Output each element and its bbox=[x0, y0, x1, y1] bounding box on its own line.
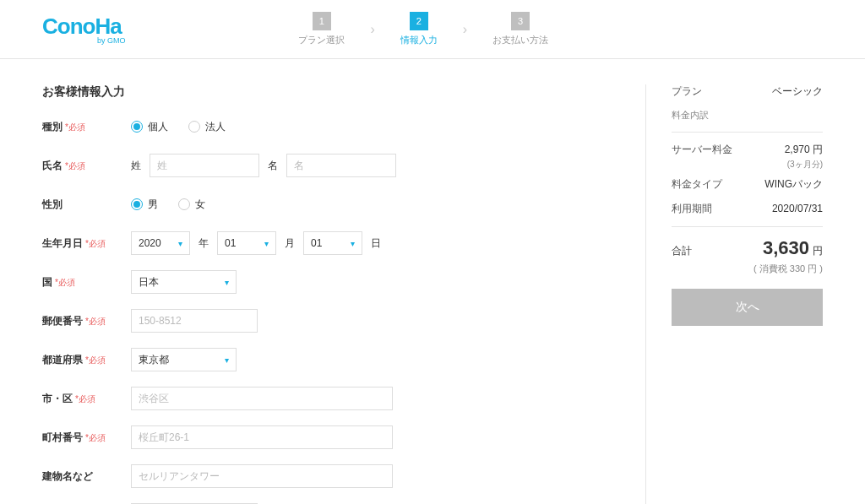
chevron-down-icon: ▾ bbox=[225, 278, 229, 287]
label-type: 種別*必須 bbox=[42, 120, 131, 134]
header: ConoHa by GMO 1 プラン選択 › 2 情報入力 › 3 お支払い方… bbox=[0, 0, 865, 59]
select-birth-year[interactable]: 2020▾ bbox=[131, 231, 190, 255]
radio-individual[interactable]: 個人 bbox=[131, 120, 168, 134]
select-birth-month[interactable]: 01▾ bbox=[217, 231, 276, 255]
next-button[interactable]: 次へ bbox=[672, 289, 823, 326]
chevron-down-icon: ▾ bbox=[264, 239, 269, 248]
input-city[interactable] bbox=[131, 387, 393, 410]
step-label-1: プラン選択 bbox=[298, 34, 345, 46]
sb-serverfee-label: サーバー料金 bbox=[672, 143, 732, 157]
chevron-right-icon: › bbox=[463, 22, 467, 37]
input-firstname[interactable] bbox=[286, 154, 396, 177]
step-payment: 3 お支払い方法 bbox=[492, 12, 548, 46]
label-town: 町村番号*必須 bbox=[42, 431, 131, 445]
step-info: 2 情報入力 bbox=[400, 12, 438, 46]
label-pref: 都道府県*必須 bbox=[42, 353, 131, 367]
form-title: お客様情報入力 bbox=[42, 84, 612, 100]
label-gender: 性別 bbox=[42, 198, 131, 212]
radio-female[interactable]: 女 bbox=[178, 198, 205, 212]
logo-sub: by GMO bbox=[97, 36, 126, 45]
input-town[interactable] bbox=[131, 425, 393, 449]
sb-breakdown-title: 料金内訳 bbox=[672, 109, 823, 122]
step-num-3: 3 bbox=[511, 12, 530, 30]
sublabel-mei: 名 bbox=[268, 159, 278, 173]
radio-corporate[interactable]: 法人 bbox=[188, 120, 226, 134]
chevron-down-icon: ▾ bbox=[351, 239, 355, 248]
input-building[interactable] bbox=[131, 464, 393, 488]
radio-circle-icon bbox=[188, 121, 200, 133]
step-label-2: 情報入力 bbox=[400, 34, 438, 46]
customer-info-form: お客様情報入力 種別*必須 個人 法人 氏名*必須 bbox=[42, 84, 645, 504]
step-num-2: 2 bbox=[410, 12, 428, 30]
sb-plan-value: ベーシック bbox=[772, 84, 823, 99]
radio-circle-icon bbox=[131, 121, 143, 133]
select-birth-day[interactable]: 01▾ bbox=[303, 231, 362, 255]
select-pref[interactable]: 東京都▾ bbox=[131, 348, 237, 371]
step-plan: 1 プラン選択 bbox=[298, 12, 345, 46]
label-country: 国*必須 bbox=[42, 275, 131, 290]
input-postal[interactable] bbox=[131, 309, 258, 333]
chevron-down-icon: ▾ bbox=[178, 239, 182, 248]
label-birth: 生年月日*必須 bbox=[42, 236, 131, 251]
sb-total-amount: 3,630 bbox=[763, 237, 809, 258]
chevron-down-icon: ▾ bbox=[225, 355, 229, 365]
label-city: 市・区*必須 bbox=[42, 392, 131, 406]
radio-circle-icon bbox=[178, 198, 190, 210]
progress-steps: 1 プラン選択 › 2 情報入力 › 3 お支払い方法 bbox=[298, 12, 548, 46]
sublabel-sei: 姓 bbox=[131, 159, 141, 173]
sb-serverfee-sub: (3ヶ月分) bbox=[672, 159, 823, 171]
chevron-right-icon: › bbox=[370, 22, 374, 37]
sb-total-unit: 円 bbox=[813, 245, 823, 257]
sb-feetype-value: WINGパック bbox=[764, 177, 823, 192]
sb-tax: ( 消費税 330 円 ) bbox=[672, 263, 823, 275]
sb-period-value: 2020/07/31 bbox=[772, 203, 823, 214]
input-lastname[interactable] bbox=[150, 154, 259, 177]
sb-period-label: 利用期間 bbox=[672, 202, 712, 216]
step-num-1: 1 bbox=[313, 12, 331, 30]
label-name: 氏名*必須 bbox=[42, 159, 131, 173]
label-building: 建物名など bbox=[42, 469, 131, 484]
order-summary: プラン ベーシック 料金内訳 サーバー料金 2,970 円 (3ヶ月分) 料金タ… bbox=[645, 84, 823, 504]
sb-feetype-label: 料金タイプ bbox=[672, 177, 722, 192]
radio-circle-icon bbox=[131, 198, 143, 210]
sb-serverfee-value: 2,970 円 bbox=[785, 143, 823, 157]
step-label-3: お支払い方法 bbox=[492, 34, 548, 46]
radio-male[interactable]: 男 bbox=[131, 198, 158, 212]
sb-plan-label: プラン bbox=[672, 84, 702, 99]
logo: ConoHa by GMO bbox=[42, 14, 126, 45]
select-country[interactable]: 日本▾ bbox=[131, 270, 237, 294]
sb-total-label: 合計 bbox=[672, 244, 692, 258]
label-postal: 郵便番号*必須 bbox=[42, 314, 131, 328]
